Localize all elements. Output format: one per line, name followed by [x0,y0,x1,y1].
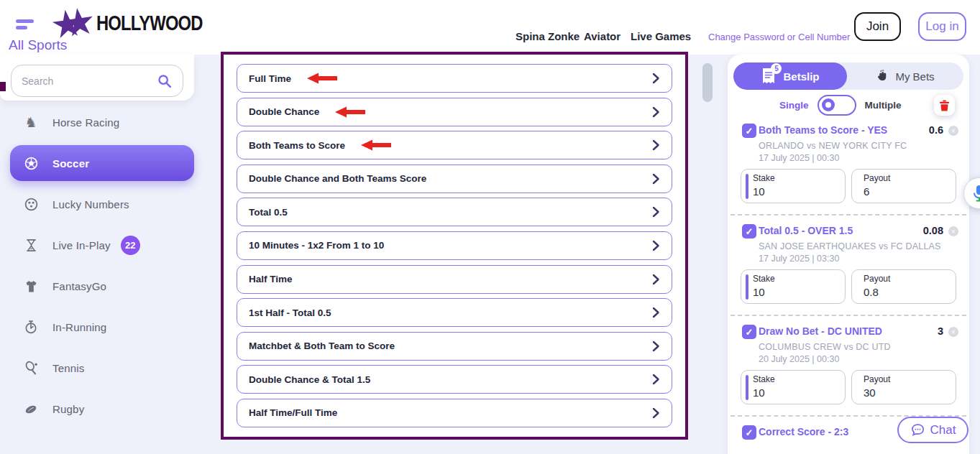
bet-title[interactable]: Correct Score - 2:3 [759,426,848,437]
brand-name: HOLLYWOOD [96,11,203,35]
chevron-right-icon [652,139,660,151]
stake-value: 10 [753,185,838,198]
tab-my-bets[interactable]: My Bets [847,69,963,83]
bet-checkbox[interactable]: ✓ [742,224,756,238]
hollywood-logo[interactable]: ★★ HOLLYWOOD [50,3,226,43]
chat-button[interactable]: Chat [897,417,968,443]
nav-live-games[interactable]: Live Games [631,30,691,42]
payout-field[interactable]: Payout0.8 [851,269,956,304]
bet-amount-boxes: Stake10Payout6 [741,169,956,203]
login-button[interactable]: Log in [918,12,966,41]
chevron-right-icon [652,240,660,251]
market-label: Matchbet & Both Team to Score [249,340,395,351]
remove-bet-icon[interactable]: × [948,126,958,136]
microphone-icon [971,184,980,203]
sidebar-item-lucky-numbers[interactable]: Lucky Numbers [0,184,194,225]
sidebar-item-horse-racing[interactable]: ♞Horse Racing [0,102,194,143]
single-label[interactable]: Single [779,100,809,111]
tennis-racket-icon [22,361,40,376]
bet-date: 17 July 2025 | 00:30 [759,153,839,163]
stake-label: Stake [753,173,838,183]
join-button[interactable]: Join [854,12,901,41]
bet-checkbox[interactable]: ✓ [742,425,756,440]
bet-checkbox[interactable]: ✓ [742,124,756,138]
betslip-controls: Single Multiple [728,95,969,116]
clear-betslip-button[interactable] [934,95,955,116]
market-row-total-0-5[interactable]: Total 0.5 [237,198,672,226]
chevron-right-icon [652,106,660,118]
sidebar-item-live-in-play[interactable]: Live In-Play22 [0,225,194,266]
stake-label: Stake [753,274,838,284]
market-row-matchbet-both-team-to-score[interactable]: Matchbet & Both Team to Score [237,332,672,361]
markets-panel: Full TimeDouble ChanceBoth Teams to Scor… [221,52,688,440]
tab-betslip[interactable]: 5 Betslip [733,62,847,90]
sidebar-item-rugby[interactable]: Rugby [0,389,194,430]
change-password-link[interactable]: Change Password or Cell Number [708,32,850,42]
stake-cursor-bar [746,274,748,300]
bet-odds: 0.08 [923,225,943,236]
chat-button-label: Chat [930,423,956,437]
market-row-double-chance-total-1-5[interactable]: Double Chance & Total 1.5 [237,365,672,394]
market-row-10-minutes-1x2-from-1-to-10[interactable]: 10 Minutes - 1x2 From 1 to 10 [237,231,672,260]
bet-odds: 3 [938,325,943,337]
soccer-ball-icon [22,156,40,171]
bet-odds: 0.6 [929,124,943,136]
bet-checkbox[interactable]: ✓ [742,325,756,339]
nav-spina-zonke[interactable]: Spina Zonke [516,30,580,42]
bet-title[interactable]: Both Teams to Score - YES [759,124,887,136]
market-row-full-time[interactable]: Full Time [237,64,672,93]
jersey-icon [22,279,40,294]
lucky-ball-icon [22,197,40,212]
market-row-half-time[interactable]: Half Time [237,265,672,294]
sidebar-item-fantasygo[interactable]: FantasyGo [0,266,194,307]
sidebar-item-label: Horse Racing [52,116,119,129]
all-sports-link[interactable]: All Sports [9,37,67,53]
betslip-tabs: 5 Betslip My Bets [733,62,963,90]
market-label: Double Chance & Total 1.5 [249,374,370,385]
bet-title[interactable]: Draw No Bet - DC UNITED [759,325,882,337]
search-input[interactable]: Search [11,65,183,97]
market-row-1st-half-total-0-5[interactable]: 1st Half - Total 0.5 [237,298,672,327]
bet-match: COLUMBUS CREW vs DC UTD [759,342,891,352]
remove-bet-icon[interactable]: × [948,327,958,337]
payout-value: 6 [864,185,948,198]
edge-marker [0,82,6,91]
stake-input[interactable]: Stake10 [741,370,846,404]
bet-item-total-0-5-over-1-5: ✓Total 0.5 - OVER 1.50.08×SAN JOSE EARTH… [728,224,969,325]
search-icon[interactable] [157,73,173,89]
payout-label: Payout [864,173,948,183]
hamburger-menu-icon[interactable] [16,19,35,31]
bet-date: 20 July 2025 | 00:30 [759,354,839,364]
top-header: ★★ HOLLYWOOD All Sports Spina Zonke Avia… [0,0,980,55]
tab-betslip-label: Betslip [783,70,819,83]
bet-divider [731,315,966,316]
tab-my-bets-label: My Bets [895,70,934,83]
market-row-both-teams-to-score[interactable]: Both Teams to Score [237,131,672,159]
market-row-double-chance-and-both-teams-score[interactable]: Double Chance and Both Teams Score [237,165,672,193]
scrollbar-thumb[interactable] [702,63,713,102]
remove-bet-icon[interactable]: × [948,226,958,236]
payout-value: 30 [864,386,948,399]
sidebar-list: ♞Horse RacingSoccerLucky NumbersLive In-… [0,102,194,430]
payout-field[interactable]: Payout6 [851,169,956,203]
red-arrow-icon [307,73,339,84]
red-arrow-icon [361,139,393,151]
payout-field[interactable]: Payout30 [851,370,956,404]
market-row-half-time-full-time[interactable]: Half Time/Full Time [237,399,672,427]
single-multiple-toggle[interactable] [818,95,856,116]
stake-input[interactable]: Stake10 [741,269,846,304]
market-row-double-chance[interactable]: Double Chance [237,98,672,126]
stake-input[interactable]: Stake10 [741,169,846,203]
sidebar-item-label: Rugby [52,403,84,415]
bet-divider [731,214,966,216]
multiple-label[interactable]: Multiple [865,100,902,111]
sidebar-item-soccer[interactable]: Soccer [10,145,194,181]
sidebar-item-label: Lucky Numbers [52,198,129,210]
sidebar-item-tennis[interactable]: Tennis [0,348,194,389]
receipt-icon: 5 [761,68,777,85]
nav-aviator[interactable]: Aviator [584,30,620,42]
sidebar-item-in-running[interactable]: In-Running [0,307,194,348]
payout-label: Payout [864,274,948,284]
bet-title[interactable]: Total 0.5 - OVER 1.5 [759,225,853,236]
fist-money-icon [876,69,889,83]
